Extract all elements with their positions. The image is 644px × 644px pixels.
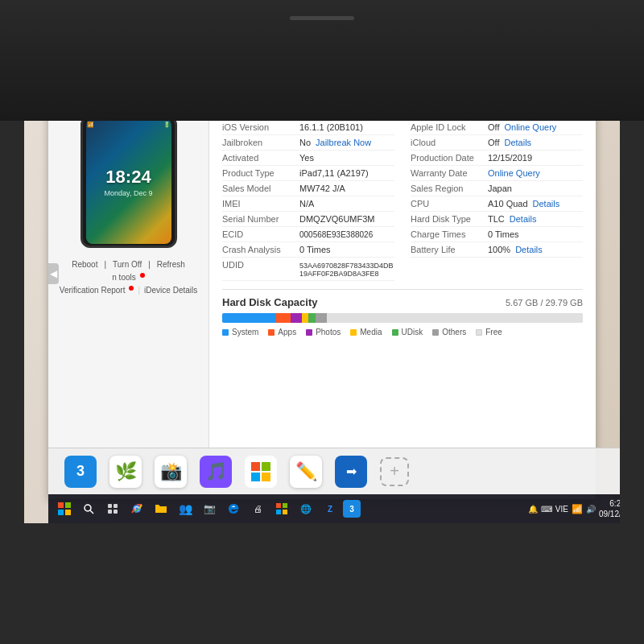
disk-media-segment [302,313,309,323]
svg-rect-3 [262,473,270,481]
dock-icon-photo[interactable]: 📸 [155,456,187,488]
taskbar-teams-icon[interactable]: 👥 [174,497,196,520]
taskbar-chrome-icon[interactable] [126,497,148,520]
info-activated: Activated Yes [222,151,394,166]
jailbreak-now-link[interactable]: Jailbreak Now [316,138,371,147]
svg-rect-13 [114,510,118,514]
legend-udisk-label: UDisk [402,328,423,336]
dock-icon-music[interactable]: 🎵 [200,456,232,488]
taskbar-printer-icon[interactable]: 🖨 [246,497,269,520]
info-udid: UDID 53AA6970828F783433D4DB19AFF0F2BA9D8… [222,258,394,281]
reboot-button[interactable]: Reboot [72,260,97,269]
info-serial-number: Serial Number DMQZVQ6UMF3M [222,212,394,227]
taskbar-file-explorer-icon[interactable] [150,497,172,520]
refresh-button[interactable]: Refresh [157,260,185,269]
taskbar-volume-icon[interactable]: 🔊 [586,505,596,514]
left-panel: iPad ✎ 📶 🔋 18:24 Monday, Dec 9 [48,87,209,499]
taskbar-language-indicator[interactable]: VIE [555,505,568,514]
taskbar-edge-icon[interactable] [222,497,245,520]
info-col-left: iOS Version 16.1.1 (20B101) Jailbroken N… [222,120,394,281]
legend-media-dot [350,329,357,336]
taskbar-camera-icon[interactable]: 📷 [198,497,221,520]
turn-off-button[interactable]: Turn Off [113,260,142,269]
svg-rect-18 [283,503,287,508]
legend-photos-label: Photos [316,328,341,336]
svg-point-8 [85,505,91,511]
info-charge-times: Charge Times 0 Times [411,227,583,242]
svg-rect-5 [65,502,71,508]
cpu-details-link[interactable]: Details [533,199,560,208]
taskbar-zoom-icon[interactable]: Z [319,497,341,520]
taskbar-search-icon[interactable] [77,497,100,520]
main-content: iPad ✎ 📶 🔋 18:24 Monday, Dec 9 [48,87,596,499]
verification-report-link[interactable]: Verification Report [60,286,126,295]
disk-header: Hard Disk Capacity 5.67 GB / 29.79 GB [222,296,583,308]
left-bottom-actions: n tools [112,273,144,282]
legend-system: System [222,328,258,336]
legend-media-label: Media [360,328,382,336]
legend-system-dot [222,329,229,336]
svg-rect-0 [251,462,260,471]
taskbar-windows-store-icon[interactable] [270,497,293,520]
separator-1: | [104,260,106,269]
svg-rect-4 [58,502,64,508]
info-production-date: Production Date 12/15/2019 [411,151,583,166]
taskbar-keyboard-icon[interactable]: ⌨ [541,505,552,514]
idevice-details-link[interactable]: iDevice Details [144,286,197,295]
info-ios-version: iOS Version 16.1.1 (20B101) [222,120,394,135]
taskbar: 👥 📷 🖨 🌐 Z 3 🔔 [48,494,620,523]
verification-dot [129,286,134,291]
icloud-details-link[interactable]: Details [504,138,531,147]
info-apple-id-lock: Apple ID Lock Off Online Query [411,120,583,135]
legend-apps: Apps [268,328,296,336]
legend-photos-dot [306,329,312,336]
side-arrow[interactable]: ◀ [48,263,59,284]
device-image: 📶 🔋 18:24 Monday, Dec 9 [80,115,177,248]
dock-icon-layers[interactable]: 🌿 [109,456,142,488]
device-time: 18:24 [105,167,151,188]
taskbar-taskview-icon[interactable] [101,497,124,520]
info-warranty-date: Warranty Date Online Query [411,166,583,181]
warranty-online-query-link[interactable]: Online Query [488,168,540,178]
svg-rect-20 [283,510,287,514]
svg-rect-12 [108,510,112,514]
dock-icon-editor[interactable]: ✏️ [290,456,322,488]
svg-line-9 [90,510,93,514]
disk-type-details-link[interactable]: Details [510,214,537,224]
taskbar-3utools-icon[interactable]: 3 [343,500,361,518]
apple-id-online-query-link[interactable]: Online Query [504,122,556,132]
dock-add-button[interactable]: + [380,457,409,486]
battery-details-link[interactable]: Details [515,245,543,254]
legend-udisk: UDisk [392,328,423,336]
svg-rect-2 [251,473,260,481]
info-jailbroken: Jailbroken No Jailbreak Now [222,135,394,151]
svg-rect-11 [114,504,118,508]
tools-label: n tools [112,273,135,282]
info-crash-analysis: Crash Analysis 0 Times [222,242,394,258]
disk-apps-segment [276,313,291,323]
dock-icon-arrow[interactable]: ➡ [335,456,367,488]
disk-photos-segment [291,313,301,323]
taskbar-chrome-2-icon[interactable]: 🌐 [295,497,317,520]
svg-rect-17 [276,503,281,508]
info-grid: iOS Version 16.1.1 (20B101) Jailbroken N… [222,120,583,281]
tools-dot [140,273,145,278]
taskbar-start-button[interactable] [53,497,76,520]
svg-rect-6 [58,510,64,515]
separator-3: | [138,286,140,295]
legend-system-label: System [232,328,258,336]
taskbar-date: 09/12/2024 [599,509,620,519]
disk-system-segment [222,313,276,323]
legend-apps-dot [268,329,275,336]
verification-row: Verification Report | iDevice Details [60,286,197,295]
taskbar-wifi-icon[interactable]: 📶 [572,504,583,514]
svg-rect-10 [108,504,112,508]
dock-icon-windows[interactable] [245,456,277,488]
legend-photos: Photos [306,328,341,336]
dock-icon-3utools[interactable]: 3 [64,456,97,488]
separator-2: | [148,260,151,269]
legend-apps-label: Apps [278,328,296,336]
disk-bar [222,313,583,323]
taskbar-notification-icon[interactable]: 🔔 [528,505,538,514]
legend-free: Free [476,328,502,336]
